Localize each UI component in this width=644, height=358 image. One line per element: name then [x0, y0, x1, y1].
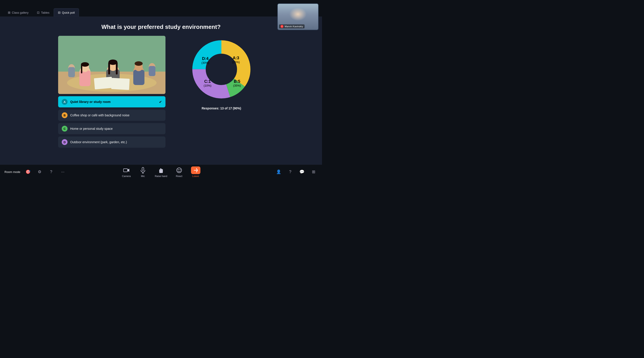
- mic-label: Mic: [141, 175, 145, 177]
- tab-quick-poll[interactable]: ⊟ Quick poll: [54, 8, 79, 17]
- left-panel: A Quiet library or study room ✔ B Coffee…: [58, 36, 166, 148]
- svg-text:D:4: D:4: [202, 56, 208, 61]
- svg-rect-12: [108, 62, 110, 75]
- camera-mic-icon: 🎙: [280, 25, 284, 28]
- raise-hand-icon: [156, 166, 166, 174]
- svg-rect-23: [149, 66, 156, 76]
- option-c-text: Home or personal study space: [70, 127, 162, 130]
- top-bar: ⊞ Class gallery ⊡ Tables ⊟ Quick poll: [0, 0, 322, 17]
- raise-hand-label: Raise hand: [155, 175, 167, 177]
- react-icon: [174, 166, 184, 174]
- svg-rect-13: [116, 62, 118, 75]
- tab-class-gallery-label: Class gallery: [12, 11, 28, 14]
- donut-chart-container: A:3 (25%) B:5 (35%) C:1 (10%) D:4 (30%): [188, 36, 255, 103]
- leave-label: Leave: [192, 175, 199, 177]
- right-panel: A:3 (25%) B:5 (35%) C:1 (10%) D:4 (30%) …: [179, 36, 264, 110]
- tab-tables-label: Tables: [41, 11, 50, 14]
- poll-image-svg: [58, 36, 166, 94]
- option-b-letter: B: [62, 112, 68, 118]
- tab-tables[interactable]: ⊡ Tables: [33, 8, 54, 17]
- svg-point-49: [180, 169, 180, 170]
- help-icon-button[interactable]: ?: [47, 168, 55, 176]
- svg-rect-21: [68, 67, 75, 77]
- target-icon-button[interactable]: 🎯: [24, 168, 32, 176]
- svg-text:C:1: C:1: [204, 79, 211, 84]
- option-b[interactable]: B Coffee shop or café with background no…: [58, 110, 166, 121]
- option-d[interactable]: D Outdoor environment (park, garden, etc…: [58, 137, 166, 148]
- content-row: A Quiet library or study room ✔ B Coffee…: [9, 36, 313, 148]
- svg-point-47: [177, 168, 182, 173]
- react-label: React: [176, 175, 182, 177]
- option-d-text: Outdoor environment (park, garden, etc.): [70, 140, 162, 144]
- tab-class-gallery[interactable]: ⊞ Class gallery: [4, 8, 33, 17]
- svg-rect-15: [133, 70, 144, 85]
- chat-icon-button[interactable]: 💬: [298, 168, 306, 176]
- participants-icon-button[interactable]: 👤: [274, 168, 283, 176]
- option-c[interactable]: C Home or personal study space: [58, 123, 166, 134]
- toolbar-left: Room mode 🎯 ⚙ ? ···: [4, 168, 67, 176]
- option-d-letter: D: [62, 139, 68, 145]
- svg-text:(35%): (35%): [233, 84, 241, 87]
- svg-rect-19: [111, 78, 130, 90]
- svg-rect-46: [159, 172, 163, 173]
- react-button[interactable]: React: [174, 166, 184, 177]
- raise-hand-button[interactable]: Raise hand: [155, 166, 167, 177]
- option-c-letter: C: [62, 126, 68, 132]
- responses-text: Responses: 13 of 17 (90%): [202, 107, 241, 110]
- svg-text:(25%): (25%): [232, 60, 240, 64]
- option-a[interactable]: A Quiet library or study room ✔: [58, 96, 166, 107]
- mic-button[interactable]: Mic: [138, 166, 148, 177]
- tables-icon: ⊡: [37, 11, 40, 14]
- option-a-letter: A: [62, 99, 68, 105]
- svg-rect-39: [142, 167, 144, 171]
- option-a-check: ✔: [159, 100, 162, 104]
- toolbar-center: Camera Mic: [122, 166, 200, 177]
- donut-chart-svg: A:3 (25%) B:5 (35%) C:1 (10%) D:4 (30%): [188, 36, 255, 103]
- option-a-text: Quiet library or study room: [70, 100, 156, 104]
- more-options-button[interactable]: ···: [59, 168, 67, 176]
- class-gallery-icon: ⊞: [8, 11, 10, 14]
- camera-icon: [122, 166, 131, 174]
- svg-text:(10%): (10%): [204, 84, 212, 87]
- svg-rect-7: [81, 65, 82, 73]
- bottom-toolbar: Room mode 🎯 ⚙ ? ··· Camera: [0, 164, 322, 179]
- main-content: What is your preferred study environment…: [0, 17, 322, 164]
- option-b-text: Coffee shop or café with background nois…: [70, 113, 162, 117]
- svg-rect-18: [94, 77, 113, 90]
- svg-text:A:3: A:3: [232, 56, 239, 60]
- mic-icon: [138, 166, 148, 174]
- camera-button[interactable]: Camera: [122, 166, 131, 177]
- tab-quick-poll-label: Quick poll: [62, 11, 75, 14]
- svg-rect-37: [124, 169, 128, 172]
- poll-image-bg: [58, 36, 166, 94]
- svg-point-17: [134, 61, 143, 66]
- room-mode-button[interactable]: Room mode: [4, 170, 20, 174]
- apps-icon-button[interactable]: ⊞: [310, 168, 318, 176]
- qa-icon-button[interactable]: ?: [286, 168, 294, 176]
- quick-poll-icon: ⊟: [58, 11, 60, 14]
- svg-text:(30%): (30%): [202, 61, 209, 65]
- settings-icon-button[interactable]: ⚙: [36, 168, 44, 176]
- poll-question: What is your preferred study environment…: [101, 24, 220, 31]
- toolbar-right: 👤 ? 💬 ⊞: [274, 168, 318, 176]
- svg-point-48: [178, 169, 179, 170]
- leave-icon: [191, 166, 200, 174]
- svg-marker-38: [128, 169, 129, 172]
- camera-user-name: Marvin Kavinskiy: [285, 25, 303, 28]
- camera-user-label: 🎙 Marvin Kavinskiy: [279, 24, 304, 29]
- camera-feed: 🎙 Marvin Kavinskiy: [277, 3, 319, 30]
- leave-button[interactable]: Leave: [191, 166, 200, 177]
- svg-text:B:5: B:5: [234, 79, 240, 84]
- poll-image: [58, 36, 166, 94]
- camera-label: Camera: [122, 175, 131, 177]
